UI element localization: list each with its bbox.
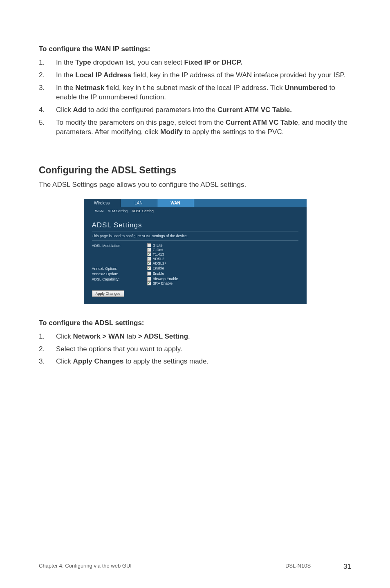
setting-row-capability: ADSL Capability: ✓Bitswap Enable ✓SRA En… (92, 277, 298, 285)
subtab-wan[interactable]: WAN (95, 209, 104, 213)
step-number: 3. (39, 83, 56, 102)
step-number: 2. (39, 345, 56, 354)
step-number: 1. (39, 58, 56, 67)
checkbox-adsl2[interactable]: ✓ (147, 257, 151, 261)
adsl-screenshot: Wireless LAN WAN WAN ATM Setting ADSL Se… (84, 199, 307, 304)
adsl-steps-list: 1. Click Network > WAN tab > ADSL Settin… (39, 332, 351, 367)
setting-row-annexm: AnnexM Option: Enable (92, 272, 298, 276)
list-item: 2. In the Local IP Address field, key in… (39, 71, 351, 80)
step-text: In the Type dropdown list, you can selec… (56, 58, 351, 67)
annexm-options: Enable (147, 272, 164, 276)
checkbox-t1413[interactable]: ✓ (147, 252, 151, 256)
option-t1413: ✓T1.413 (147, 252, 167, 256)
footer-model: DSL-N10S (285, 563, 311, 571)
settings-block: ADSL Modulation: G.Lite ✓G.Dmt ✓T1.413 ✓… (92, 243, 298, 285)
wan-steps-list: 1. In the Type dropdown list, you can se… (39, 58, 351, 137)
footer-divider (39, 560, 351, 560)
tab-wireless[interactable]: Wireless (84, 199, 121, 207)
list-item: 4. Click Add to add the configured param… (39, 105, 351, 115)
checkbox-sra[interactable]: ✓ (147, 281, 151, 285)
step-number: 3. (39, 357, 56, 366)
list-item: 1. Click Network > WAN tab > ADSL Settin… (39, 332, 351, 341)
checkbox-annexm-enable[interactable] (147, 272, 151, 276)
adsl-description: The ADSL Settings page allows you to con… (39, 181, 351, 189)
step-text: Click Add to add the configured paramete… (56, 105, 351, 115)
adsl-settings-heading: To configure the ADSL settings: (39, 319, 351, 327)
setting-row-modulation: ADSL Modulation: G.Lite ✓G.Dmt ✓T1.413 ✓… (92, 243, 298, 265)
panel-desc: This page is used to configure ADSL sett… (92, 234, 298, 238)
setting-row-annexl: AnnexL Option: ✓Enable (92, 266, 298, 271)
option-annexl-enable: ✓Enable (147, 266, 164, 270)
list-item: 2. Select the options that you want to a… (39, 345, 351, 354)
option-adsl2: ✓ADSL2 (147, 257, 167, 261)
subtab-atm[interactable]: ATM Setting (108, 209, 128, 213)
footer-page: 31 (343, 563, 351, 571)
checkbox-bitswap[interactable]: ✓ (147, 277, 151, 281)
step-number: 5. (39, 118, 56, 137)
checkbox-gdmt[interactable]: ✓ (147, 248, 151, 252)
option-sra: ✓SRA Enable (147, 281, 178, 285)
step-number: 4. (39, 105, 56, 115)
list-item: 3. In the Netmask field, key in t he sub… (39, 83, 351, 102)
label-capability: ADSL Capability: (92, 277, 147, 281)
tabs-filler (194, 199, 307, 207)
checkbox-annexl-enable[interactable]: ✓ (147, 266, 151, 270)
list-item: 3. Click Apply Changes to apply the sett… (39, 357, 351, 366)
annexl-options: ✓Enable (147, 266, 164, 270)
sub-tabs: WAN ATM Setting ADSL Setting (84, 207, 307, 215)
option-gdmt: ✓G.Dmt (147, 248, 167, 252)
modulation-options: G.Lite ✓G.Dmt ✓T1.413 ✓ADSL2 ✓ADSL2+ (147, 243, 167, 265)
step-number: 1. (39, 332, 56, 341)
step-text: Select the options that you want to appl… (56, 345, 351, 354)
footer: Chapter 4: Configuring via the web GUI D… (39, 563, 351, 571)
label-annexl: AnnexL Option: (92, 266, 147, 271)
step-text: Click Apply Changes to apply the setting… (56, 357, 351, 366)
step-text: In the Local IP Address field, key in th… (56, 71, 351, 80)
list-item: 5. To modify the parameters on this page… (39, 118, 351, 137)
footer-chapter: Chapter 4: Configuring via the web GUI (39, 563, 132, 571)
checkbox-glite[interactable] (147, 243, 151, 247)
main-tabs: Wireless LAN WAN (84, 199, 307, 207)
label-annexm: AnnexM Option: (92, 272, 147, 276)
option-glite: G.Lite (147, 243, 167, 247)
label-modulation: ADSL Modulation: (92, 243, 147, 248)
step-text: Click Network > WAN tab > ADSL Setting. (56, 332, 351, 341)
option-annexm-enable: Enable (147, 272, 164, 276)
capability-options: ✓Bitswap Enable ✓SRA Enable (147, 277, 178, 285)
step-text: To modify the parameters on this page, s… (56, 118, 351, 137)
step-text: In the Netmask field, key in t he subnet… (56, 83, 351, 102)
option-bitswap: ✓Bitswap Enable (147, 277, 178, 281)
list-item: 1. In the Type dropdown list, you can se… (39, 58, 351, 67)
subtab-adsl[interactable]: ADSL Setting (132, 209, 154, 213)
tab-wan[interactable]: WAN (157, 199, 194, 207)
divider (92, 231, 298, 231)
wan-ip-heading: To configure the WAN IP settings: (39, 45, 351, 53)
apply-changes-button[interactable]: Apply Changes (92, 290, 124, 297)
option-adsl2p: ✓ADSL2+ (147, 261, 167, 265)
tab-lan[interactable]: LAN (121, 199, 157, 207)
divider (92, 240, 298, 241)
panel-title: ADSL Settings (92, 221, 302, 229)
panel-body: ADSL Settings This page is used to confi… (84, 215, 307, 304)
adsl-main-heading: Configuring the ADSL Settings (39, 165, 351, 176)
checkbox-adsl2p[interactable]: ✓ (147, 261, 151, 265)
step-number: 2. (39, 71, 56, 80)
